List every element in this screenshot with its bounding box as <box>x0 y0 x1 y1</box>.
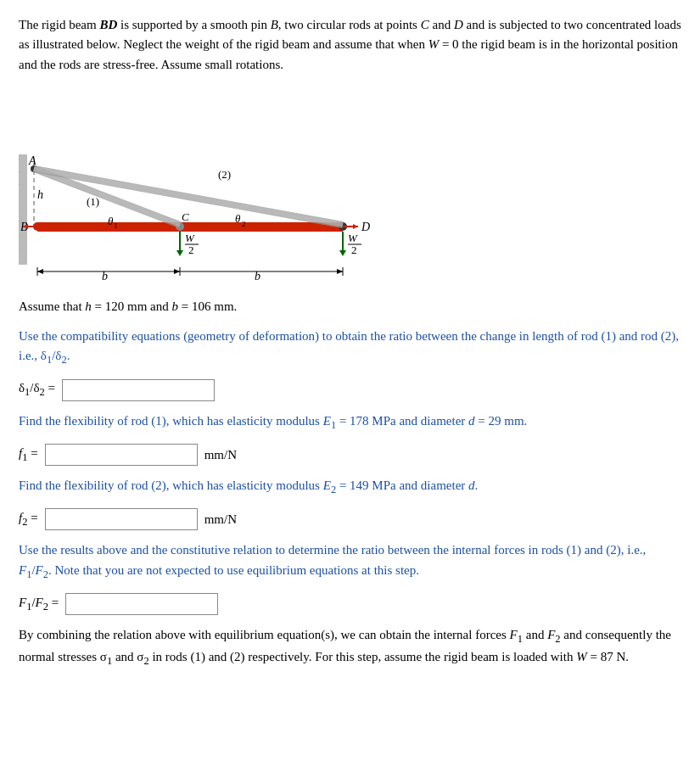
svg-marker-21 <box>353 224 358 229</box>
svg-marker-41 <box>339 250 346 256</box>
f-ratio-row: F1/F2 = <box>19 593 681 615</box>
svg-line-25 <box>34 169 180 225</box>
svg-text:b: b <box>255 270 260 282</box>
f2-row: f2 = mm/N <box>19 508 681 530</box>
intro-paragraph: The rigid beam BD is supported by a smoo… <box>19 15 681 75</box>
svg-text:θ: θ <box>108 215 114 227</box>
delta-ratio-label: δ1/δ2 = <box>19 381 55 399</box>
f2-label: f2 = <box>19 511 38 529</box>
section2-description: Find the flexibility of rod (1), which h… <box>19 411 681 434</box>
svg-text:2: 2 <box>188 243 194 256</box>
svg-marker-47 <box>174 269 180 274</box>
svg-text:h: h <box>37 188 43 201</box>
assume-text: Assume that h = 120 mm and b = 106 mm. <box>19 297 681 316</box>
svg-text:1: 1 <box>114 221 118 230</box>
svg-text:W: W <box>348 232 358 244</box>
f-ratio-label: F1/F2 = <box>19 596 59 613</box>
f2-unit: mm/N <box>204 512 237 527</box>
f-ratio-input[interactable] <box>65 593 218 615</box>
section3-description: Find the flexibility of rod (2), which h… <box>19 476 681 498</box>
svg-text:b: b <box>102 270 108 282</box>
f1-row: f1 = mm/N <box>19 444 681 466</box>
svg-marker-50 <box>337 269 343 274</box>
svg-text:C: C <box>182 210 189 223</box>
diagram: A h B D (1) (2) θ <box>19 87 681 285</box>
svg-rect-18 <box>37 222 343 232</box>
f1-label: f1 = <box>19 446 38 464</box>
bottom-paragraph: By combining the relation above with equ… <box>19 625 681 670</box>
section4-description: Use the results above and the constituti… <box>19 540 681 583</box>
svg-text:θ: θ <box>235 212 241 225</box>
f2-input[interactable] <box>45 508 198 530</box>
section1-description: Use the compatibility equations (geometr… <box>19 327 681 369</box>
svg-marker-36 <box>176 250 183 256</box>
svg-marker-46 <box>37 269 43 274</box>
svg-text:2: 2 <box>351 243 357 256</box>
f1-unit: mm/N <box>204 448 237 462</box>
svg-text:A: A <box>28 154 36 167</box>
svg-text:(1): (1) <box>87 195 99 208</box>
f1-input[interactable] <box>45 444 198 466</box>
delta-ratio-input[interactable] <box>62 379 215 401</box>
svg-text:(2): (2) <box>218 168 231 181</box>
svg-text:2: 2 <box>242 220 246 228</box>
svg-text:W: W <box>185 232 195 244</box>
svg-rect-0 <box>19 154 27 265</box>
delta-ratio-row: δ1/δ2 = <box>19 379 681 401</box>
svg-text:D: D <box>361 221 370 233</box>
